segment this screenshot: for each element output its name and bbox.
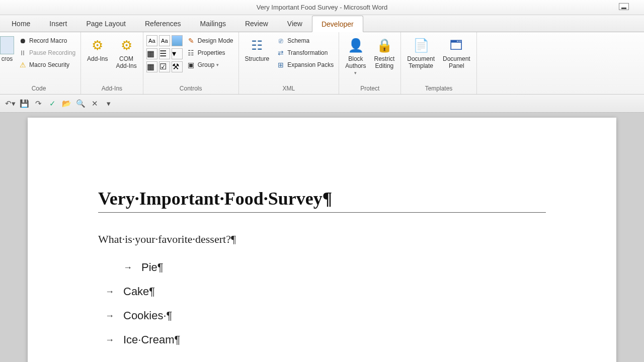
restrict-editing-button[interactable]: 🔒 Restrict Editing (371, 35, 398, 70)
tab-arrow-icon: → (105, 335, 114, 345)
tab-view[interactable]: View (278, 15, 312, 32)
redo-button[interactable]: ↷ (33, 99, 43, 109)
tab-references[interactable]: References (135, 15, 191, 32)
addins-button[interactable]: ⚙ Add-Ins (84, 35, 111, 63)
option-row[interactable]: →Cookies·¶ (98, 309, 546, 322)
plain-text-control-icon[interactable]: Aa (159, 35, 170, 46)
open-button[interactable]: 📂 (61, 99, 71, 109)
gear-icon: ⚙ (89, 36, 107, 54)
expansion-packs-button[interactable]: ⊞Expansion Packs (274, 59, 336, 70)
tab-arrow-icon: → (105, 311, 114, 321)
building-block-control-icon[interactable]: ▦ (146, 48, 157, 59)
com-addins-button[interactable]: ⚙ COM Add-Ins (113, 35, 139, 70)
window-title: Very Important Food Survey - Microsoft W… (257, 4, 388, 11)
warning-icon: ⚠ (18, 60, 27, 69)
group-label-protect: Protect (342, 84, 397, 94)
tab-developer[interactable]: Developer (312, 16, 363, 32)
ribbon-tabs: Home Insert Page Layout References Maili… (0, 15, 644, 32)
tab-arrow-icon: → (105, 287, 114, 297)
document-panel-button[interactable]: 🗔 Document Panel (440, 35, 473, 70)
schema-button[interactable]: ⎚Schema (274, 35, 336, 46)
close-button[interactable]: ✕ (90, 99, 100, 109)
dropdown-control-icon[interactable]: ▾ (172, 48, 183, 59)
date-picker-control-icon[interactable]: ▦ (146, 61, 157, 72)
record-macro-button[interactable]: ⏺Record Macro (16, 35, 77, 46)
structure-button[interactable]: ☷ Structure (242, 35, 273, 63)
group-label-templates: Templates (404, 84, 473, 94)
minimize-button[interactable] (619, 3, 629, 10)
group-label-controls: Controls (146, 84, 235, 94)
macro-security-button[interactable]: ⚠Macro Security (16, 59, 77, 70)
schema-icon: ⎚ (276, 36, 285, 45)
title-bar: Very Important Food Survey - Microsoft W… (0, 0, 644, 15)
gear-list-icon: ⚙ (117, 36, 135, 54)
record-icon: ⏺ (18, 36, 27, 45)
transform-icon: ⇄ (276, 48, 285, 57)
tab-home[interactable]: Home (2, 15, 40, 32)
document-area[interactable]: Very·Important·Food·Survey¶ What·is·your… (0, 113, 644, 362)
rich-text-control-icon[interactable]: Aa (146, 35, 157, 46)
tab-review[interactable]: Review (235, 15, 278, 32)
block-authors-button[interactable]: 👤 Block Authors (342, 35, 369, 76)
tab-arrow-icon: → (123, 262, 132, 273)
expansion-icon: ⊞ (276, 60, 285, 69)
structure-icon: ☷ (248, 36, 266, 54)
quick-access-toolbar: ↶▾ 💾 ↷ ✓ 📂 🔍 ✕ ▾ (0, 95, 644, 113)
undo-button[interactable]: ↶▾ (5, 99, 15, 109)
panel-icon: 🗔 (447, 36, 465, 54)
checkbox-control-icon[interactable]: ☑ (159, 61, 170, 72)
document-heading[interactable]: Very·Important·Food·Survey¶ (98, 188, 546, 213)
properties-button[interactable]: ☷Properties (185, 47, 235, 58)
group-label-code: Code (0, 84, 77, 94)
template-icon: 📄 (412, 36, 430, 54)
option-row[interactable]: →Ice·Cream¶ (98, 333, 546, 346)
macros-button[interactable]: cros (0, 35, 14, 63)
print-preview-button[interactable]: 🔍 (75, 99, 86, 109)
design-icon: ✎ (187, 36, 196, 45)
legacy-tools-icon[interactable]: ⚒ (172, 61, 183, 72)
tab-mailings[interactable]: Mailings (191, 15, 235, 32)
tab-page-layout[interactable]: Page Layout (76, 15, 135, 32)
document-question[interactable]: What·is·your·favorite·dessert?¶ (98, 233, 546, 246)
document-page[interactable]: Very·Important·Food·Survey¶ What·is·your… (28, 118, 616, 362)
group-label-addins: Add-Ins (84, 84, 140, 94)
properties-icon: ☷ (187, 48, 196, 57)
transformation-button[interactable]: ⇄Transformation (274, 47, 336, 58)
pause-recording-button[interactable]: ⏸Pause Recording (16, 47, 77, 58)
block-authors-icon: 👤 (347, 36, 365, 54)
document-template-button[interactable]: 📄 Document Template (404, 35, 438, 70)
ribbon: cros ⏺Record Macro ⏸Pause Recording ⚠Mac… (0, 32, 644, 95)
option-row[interactable]: →Pie¶ (98, 261, 546, 274)
qat-customize-button[interactable]: ▾ (104, 99, 114, 109)
picture-control-icon[interactable] (172, 35, 183, 46)
tab-insert[interactable]: Insert (40, 15, 76, 32)
design-mode-button[interactable]: ✎Design Mode (185, 35, 235, 46)
spellcheck-button[interactable]: ✓ (47, 99, 57, 109)
group-label-xml: XML (242, 84, 336, 94)
group-button[interactable]: ▣Group (185, 59, 235, 70)
combo-box-control-icon[interactable]: ☰ (159, 48, 170, 59)
group-icon: ▣ (187, 60, 196, 69)
option-row[interactable]: →Cake¶ (98, 285, 546, 298)
restrict-icon: 🔒 (375, 36, 393, 54)
pause-icon: ⏸ (18, 48, 27, 57)
save-button[interactable]: 💾 (19, 99, 29, 109)
